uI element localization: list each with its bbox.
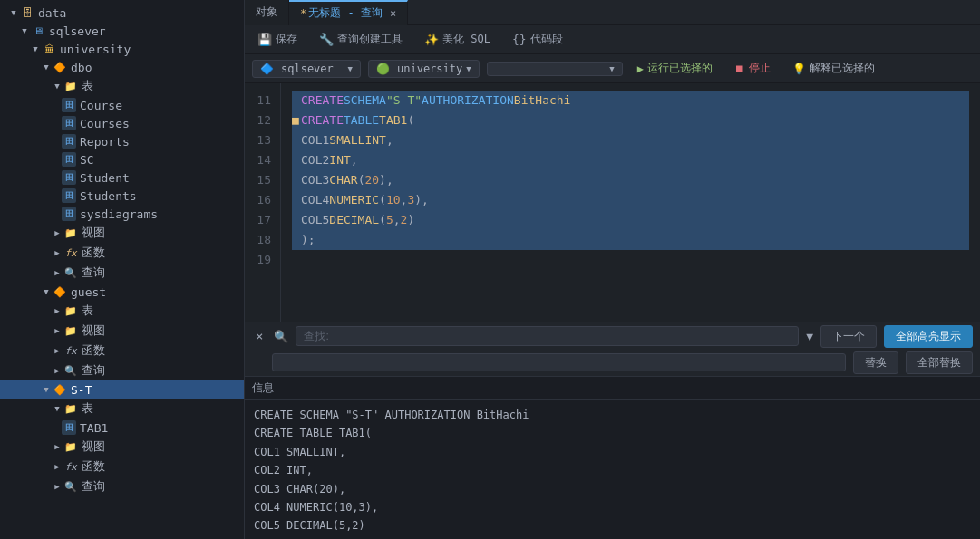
code-line-14: COL2 INT,	[292, 150, 969, 170]
tree-item-Course[interactable]: 田 Course	[0, 96, 244, 114]
info-line-3: COL1 SMALLINT,	[254, 443, 971, 461]
tree-item-queries[interactable]: ▶ 🔍 查询	[0, 263, 244, 283]
replace-input[interactable]	[272, 353, 846, 371]
tree-item-dbo[interactable]: ▼ 🔶 dbo	[0, 58, 244, 76]
line-marker	[292, 210, 301, 230]
tab-object-label: 对象	[256, 5, 277, 20]
line-marker	[292, 170, 301, 190]
tree-item-funcs[interactable]: ▶ fx 函数	[0, 243, 244, 263]
tree-label: 函数	[82, 458, 105, 475]
tab-object[interactable]: 对象	[245, 0, 289, 25]
chevron-icon: ▶	[51, 460, 63, 473]
dropdown-arrow-icon: ▼	[609, 64, 614, 73]
tree-label: Course	[80, 99, 122, 112]
code-segment-button[interactable]: {} 代码段	[507, 30, 568, 49]
database-value: university	[397, 63, 462, 75]
tree-item-tables[interactable]: ▼ 📁 表	[0, 76, 244, 96]
find-input[interactable]	[296, 326, 799, 346]
server-value: sqlsever	[281, 63, 334, 75]
chevron-icon: ▶	[51, 440, 63, 453]
info-header-label: 信息	[252, 381, 274, 394]
explain-label: 解释已选择的	[810, 61, 875, 76]
code-line-13: COL1 SMALLINT,	[292, 130, 969, 150]
tree-item-st-views[interactable]: ▶ 📁 视图	[0, 437, 244, 457]
tree-item-Courses[interactable]: 田 Courses	[0, 114, 244, 132]
tree-item-guest-tables[interactable]: ▶ 📁 表	[0, 301, 244, 321]
dropdown-arrow-icon: ▼	[348, 64, 353, 73]
tree-item-university[interactable]: ▼ 🏛 university	[0, 40, 244, 58]
tree-item-Students[interactable]: 田 Students	[0, 187, 244, 205]
tree-label: dbo	[71, 61, 92, 74]
code-line-19	[292, 250, 969, 270]
tree-label: 查询	[82, 265, 105, 281]
schema-icon: 🔶	[53, 60, 67, 74]
query-tool-button[interactable]: 🔧 查询创建工具	[314, 30, 408, 49]
beautify-button[interactable]: ✨ 美化 SQL	[419, 30, 496, 49]
beautify-icon: ✨	[424, 33, 439, 46]
dropdown-arrow-icon: ▼	[466, 64, 471, 73]
editor-toolbar: 💾 保存 🔧 查询创建工具 ✨ 美化 SQL {} 代码段	[245, 25, 980, 54]
line-marker	[292, 250, 301, 270]
replace-all-button[interactable]: 全部替换	[906, 351, 973, 374]
tree-label: sysdiagrams	[80, 207, 158, 221]
tree-item-guest-views[interactable]: ▶ 📁 视图	[0, 321, 244, 341]
code-icon: {}	[512, 33, 527, 46]
stop-icon: ⏹	[734, 63, 745, 75]
folder-icon: 📁	[63, 439, 78, 454]
stop-button[interactable]: ⏹ 停止	[727, 59, 778, 78]
line-marker: ■	[292, 111, 301, 130]
query-icon: 🔍	[63, 479, 78, 494]
highlight-all-button[interactable]: 全部高亮显示	[884, 325, 973, 348]
run-button[interactable]: ▶ 运行已选择的	[630, 59, 720, 78]
database-icon: 🏛	[42, 42, 56, 56]
tree-item-views[interactable]: ▶ 📁 视图	[0, 223, 244, 243]
explain-button[interactable]: 💡 解释已选择的	[785, 59, 882, 78]
tab-bar: 对象 * 无标题 - 查询 ×	[245, 0, 980, 25]
tree-item-Student[interactable]: 田 Student	[0, 168, 244, 187]
code-text[interactable]: CREATE SCHEMA "S-T" AUTHORIZATION BitHac…	[281, 83, 980, 322]
tree-item-guest-queries[interactable]: ▶ 🔍 查询	[0, 361, 244, 380]
info-line-4: COL2 INT,	[254, 461, 971, 479]
table-icon: 田	[62, 134, 76, 149]
code-line-16: COL4 NUMERIC(10,3),	[292, 190, 969, 210]
tree-item-Reports[interactable]: 田 Reports	[0, 132, 244, 150]
tree-item-st-queries[interactable]: ▶ 🔍 查询	[0, 476, 244, 496]
table-icon: 田	[62, 170, 76, 185]
code-line-18: );	[292, 230, 969, 250]
code-line-11: CREATE SCHEMA "S-T" AUTHORIZATION BitHac…	[292, 91, 969, 111]
info-line-8: );	[254, 535, 971, 539]
chevron-icon: ▼	[29, 43, 42, 55]
tree-item-S-T[interactable]: ▼ 🔶 S-T	[0, 380, 244, 399]
tree-item-data[interactable]: ▼ 🗄 data	[0, 4, 244, 22]
tab-close-icon[interactable]: ×	[390, 7, 396, 20]
tree-item-st-funcs[interactable]: ▶ fx 函数	[0, 457, 244, 476]
schema-icon: 🔶	[53, 382, 67, 397]
database-selector[interactable]: 🟢 university ▼	[368, 60, 480, 78]
tree-item-guest-funcs[interactable]: ▶ fx 函数	[0, 341, 244, 361]
func-icon: fx	[63, 343, 78, 358]
tree-item-sqlsever[interactable]: ▼ 🖥 sqlsever	[0, 22, 244, 40]
tab-query[interactable]: * 无标题 - 查询 ×	[289, 0, 408, 25]
chevron-icon: ▶	[51, 246, 63, 259]
info-line-6: COL4 NUMERIC(10,3),	[254, 498, 971, 516]
tree-label: guest	[71, 285, 106, 299]
tree-item-guest[interactable]: ▼ 🔶 guest	[0, 283, 244, 301]
query-icon: 🔍	[63, 265, 78, 280]
extra-selector[interactable]: ▼	[487, 62, 623, 76]
replace-button[interactable]: 替换	[853, 351, 898, 374]
code-editor[interactable]: 11 12 13 14 15 16 17 18 19 CREATE SCHEMA…	[245, 83, 980, 322]
tree-label: Courses	[80, 117, 130, 130]
line-marker	[292, 150, 301, 170]
info-line-7: COL5 DECIMAL(5,2)	[254, 516, 971, 534]
tree-item-SC[interactable]: 田 SC	[0, 150, 244, 168]
find-next-button[interactable]: 下一个	[820, 325, 877, 348]
tree-label: 查询	[82, 478, 105, 495]
tree-item-TAB1[interactable]: 田 TAB1	[0, 419, 244, 437]
server-selector[interactable]: 🔷 sqlsever ▼	[252, 60, 361, 78]
dropdown-arrow-icon: ▼	[806, 330, 813, 343]
save-button[interactable]: 💾 保存	[252, 30, 303, 49]
tree-label: 表	[82, 400, 93, 417]
tree-item-sysdiagrams[interactable]: 田 sysdiagrams	[0, 205, 244, 223]
tree-item-st-tables[interactable]: ▼ 📁 表	[0, 399, 244, 419]
find-close-button[interactable]: ×	[252, 329, 267, 343]
